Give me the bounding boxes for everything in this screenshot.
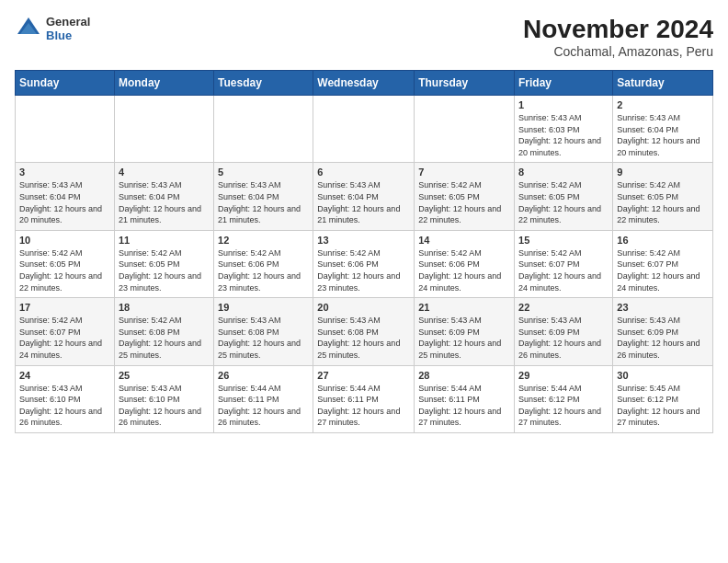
day-info: Sunrise: 5:43 AM Sunset: 6:09 PM Dayligh…	[418, 315, 510, 361]
day-number: 24	[19, 370, 110, 381]
day-number: 23	[617, 302, 709, 313]
logo-general: General	[46, 15, 90, 29]
week-row-1: 1Sunrise: 5:43 AM Sunset: 6:03 PM Daylig…	[16, 96, 713, 163]
page-header: General Blue November 2024 Cochamal, Ama…	[15, 15, 713, 59]
day-number: 26	[218, 370, 309, 381]
day-info: Sunrise: 5:45 AM Sunset: 6:12 PM Dayligh…	[617, 383, 709, 429]
day-info: Sunrise: 5:43 AM Sunset: 6:04 PM Dayligh…	[317, 179, 410, 225]
calendar-cell: 6Sunrise: 5:43 AM Sunset: 6:04 PM Daylig…	[313, 163, 415, 230]
calendar-cell: 26Sunrise: 5:44 AM Sunset: 6:11 PM Dayli…	[214, 365, 313, 432]
day-number: 28	[418, 370, 510, 381]
calendar-cell	[313, 96, 415, 163]
day-info: Sunrise: 5:43 AM Sunset: 6:10 PM Dayligh…	[119, 383, 210, 429]
calendar-cell: 12Sunrise: 5:42 AM Sunset: 6:06 PM Dayli…	[214, 230, 313, 297]
day-number: 16	[617, 235, 709, 246]
day-number: 15	[518, 235, 609, 246]
day-info: Sunrise: 5:42 AM Sunset: 6:06 PM Dayligh…	[218, 247, 309, 293]
day-number: 12	[218, 235, 309, 246]
weekday-wednesday: Wednesday	[313, 71, 415, 96]
calendar-cell: 16Sunrise: 5:42 AM Sunset: 6:07 PM Dayli…	[613, 230, 713, 297]
day-number: 27	[317, 370, 410, 381]
logo-icon	[15, 15, 42, 42]
day-info: Sunrise: 5:42 AM Sunset: 6:07 PM Dayligh…	[19, 315, 110, 361]
calendar-cell: 25Sunrise: 5:43 AM Sunset: 6:10 PM Dayli…	[114, 365, 213, 432]
day-number: 20	[317, 302, 410, 313]
day-number: 9	[617, 167, 709, 178]
day-number: 7	[418, 167, 510, 178]
weekday-header-row: SundayMondayTuesdayWednesdayThursdayFrid…	[16, 71, 713, 96]
calendar-cell: 19Sunrise: 5:43 AM Sunset: 6:08 PM Dayli…	[214, 298, 313, 365]
calendar-title: November 2024	[523, 15, 713, 44]
day-info: Sunrise: 5:43 AM Sunset: 6:03 PM Dayligh…	[518, 112, 609, 158]
day-info: Sunrise: 5:42 AM Sunset: 6:05 PM Dayligh…	[518, 179, 609, 225]
calendar-cell: 27Sunrise: 5:44 AM Sunset: 6:11 PM Dayli…	[313, 365, 415, 432]
weekday-saturday: Saturday	[613, 71, 713, 96]
calendar-cell: 3Sunrise: 5:43 AM Sunset: 6:04 PM Daylig…	[16, 163, 115, 230]
calendar-cell: 22Sunrise: 5:43 AM Sunset: 6:09 PM Dayli…	[515, 298, 613, 365]
day-info: Sunrise: 5:42 AM Sunset: 6:07 PM Dayligh…	[518, 247, 609, 293]
day-info: Sunrise: 5:43 AM Sunset: 6:04 PM Dayligh…	[119, 179, 210, 225]
day-number: 6	[317, 167, 410, 178]
calendar-cell: 20Sunrise: 5:43 AM Sunset: 6:08 PM Dayli…	[313, 298, 415, 365]
calendar-cell	[114, 96, 213, 163]
calendar-cell	[214, 96, 313, 163]
calendar-cell: 15Sunrise: 5:42 AM Sunset: 6:07 PM Dayli…	[515, 230, 613, 297]
calendar-cell: 21Sunrise: 5:43 AM Sunset: 6:09 PM Dayli…	[415, 298, 515, 365]
day-info: Sunrise: 5:43 AM Sunset: 6:09 PM Dayligh…	[518, 315, 609, 361]
weekday-tuesday: Tuesday	[214, 71, 313, 96]
day-number: 25	[119, 370, 210, 381]
day-info: Sunrise: 5:44 AM Sunset: 6:12 PM Dayligh…	[518, 383, 609, 429]
calendar-cell: 18Sunrise: 5:42 AM Sunset: 6:08 PM Dayli…	[114, 298, 213, 365]
day-number: 11	[119, 235, 210, 246]
day-number: 21	[418, 302, 510, 313]
day-number: 10	[19, 235, 110, 246]
logo-text: General Blue	[46, 15, 90, 42]
day-number: 30	[617, 370, 709, 381]
day-number: 2	[617, 99, 709, 110]
title-block: November 2024 Cochamal, Amazonas, Peru	[523, 15, 713, 59]
day-info: Sunrise: 5:43 AM Sunset: 6:10 PM Dayligh…	[19, 383, 110, 429]
calendar-cell: 17Sunrise: 5:42 AM Sunset: 6:07 PM Dayli…	[16, 298, 115, 365]
day-info: Sunrise: 5:44 AM Sunset: 6:11 PM Dayligh…	[418, 383, 510, 429]
calendar-cell: 8Sunrise: 5:42 AM Sunset: 6:05 PM Daylig…	[515, 163, 613, 230]
calendar-cell: 9Sunrise: 5:42 AM Sunset: 6:05 PM Daylig…	[613, 163, 713, 230]
calendar-cell: 14Sunrise: 5:42 AM Sunset: 6:06 PM Dayli…	[415, 230, 515, 297]
day-number: 19	[218, 302, 309, 313]
calendar-cell: 1Sunrise: 5:43 AM Sunset: 6:03 PM Daylig…	[515, 96, 613, 163]
week-row-5: 24Sunrise: 5:43 AM Sunset: 6:10 PM Dayli…	[16, 365, 713, 432]
day-number: 8	[518, 167, 609, 178]
week-row-4: 17Sunrise: 5:42 AM Sunset: 6:07 PM Dayli…	[16, 298, 713, 365]
day-number: 18	[119, 302, 210, 313]
day-number: 13	[317, 235, 410, 246]
calendar-cell: 2Sunrise: 5:43 AM Sunset: 6:04 PM Daylig…	[613, 96, 713, 163]
calendar-cell: 7Sunrise: 5:42 AM Sunset: 6:05 PM Daylig…	[415, 163, 515, 230]
day-number: 17	[19, 302, 110, 313]
calendar-cell: 28Sunrise: 5:44 AM Sunset: 6:11 PM Dayli…	[415, 365, 515, 432]
day-info: Sunrise: 5:43 AM Sunset: 6:08 PM Dayligh…	[218, 315, 309, 361]
calendar-subtitle: Cochamal, Amazonas, Peru	[523, 44, 713, 59]
weekday-thursday: Thursday	[415, 71, 515, 96]
calendar-cell: 29Sunrise: 5:44 AM Sunset: 6:12 PM Dayli…	[515, 365, 613, 432]
calendar-cell: 5Sunrise: 5:43 AM Sunset: 6:04 PM Daylig…	[214, 163, 313, 230]
day-number: 4	[119, 167, 210, 178]
calendar-cell: 23Sunrise: 5:43 AM Sunset: 6:09 PM Dayli…	[613, 298, 713, 365]
day-info: Sunrise: 5:42 AM Sunset: 6:05 PM Dayligh…	[119, 247, 210, 293]
calendar-cell: 24Sunrise: 5:43 AM Sunset: 6:10 PM Dayli…	[16, 365, 115, 432]
day-info: Sunrise: 5:44 AM Sunset: 6:11 PM Dayligh…	[317, 383, 410, 429]
day-info: Sunrise: 5:42 AM Sunset: 6:06 PM Dayligh…	[418, 247, 510, 293]
day-info: Sunrise: 5:43 AM Sunset: 6:09 PM Dayligh…	[617, 315, 709, 361]
calendar-cell: 4Sunrise: 5:43 AM Sunset: 6:04 PM Daylig…	[114, 163, 213, 230]
weekday-monday: Monday	[114, 71, 213, 96]
day-info: Sunrise: 5:42 AM Sunset: 6:05 PM Dayligh…	[19, 247, 110, 293]
day-info: Sunrise: 5:42 AM Sunset: 6:08 PM Dayligh…	[119, 315, 210, 361]
calendar-cell	[16, 96, 115, 163]
day-info: Sunrise: 5:43 AM Sunset: 6:08 PM Dayligh…	[317, 315, 410, 361]
day-number: 1	[518, 99, 609, 110]
day-info: Sunrise: 5:43 AM Sunset: 6:04 PM Dayligh…	[19, 179, 110, 225]
week-row-3: 10Sunrise: 5:42 AM Sunset: 6:05 PM Dayli…	[16, 230, 713, 297]
day-number: 3	[19, 167, 110, 178]
calendar-cell: 10Sunrise: 5:42 AM Sunset: 6:05 PM Dayli…	[16, 230, 115, 297]
day-number: 14	[418, 235, 510, 246]
calendar-cell: 11Sunrise: 5:42 AM Sunset: 6:05 PM Dayli…	[114, 230, 213, 297]
day-info: Sunrise: 5:42 AM Sunset: 6:06 PM Dayligh…	[317, 247, 410, 293]
